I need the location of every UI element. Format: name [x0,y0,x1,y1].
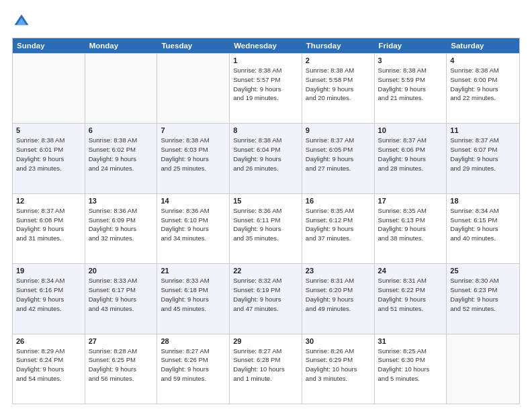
cell-info-line: Daylight: 9 hours [16,225,81,234]
day-number: 21 [161,267,226,275]
cell-info-line: and 40 minutes. [450,234,516,243]
calendar-cell: 9Sunrise: 8:37 AMSunset: 6:05 PMDaylight… [302,124,375,193]
day-number: 18 [450,197,516,205]
cell-info-line: Daylight: 9 hours [306,295,371,304]
cell-info-line: and 29 minutes. [450,165,516,173]
day-number: 11 [450,126,516,134]
cell-info-line: Daylight: 9 hours [306,155,371,164]
day-number: 16 [306,197,371,205]
calendar-cell: 29Sunrise: 8:27 AMSunset: 6:28 PMDayligh… [230,334,302,404]
day-number: 23 [306,267,371,275]
cell-info-line: Daylight: 9 hours [450,85,516,94]
cell-info-line: and 47 minutes. [233,305,298,314]
cell-info-line: Sunset: 6:13 PM [378,216,443,225]
cell-info-line: and 19 minutes. [233,94,298,103]
cell-info-line: Sunrise: 8:37 AM [16,207,81,216]
cell-info-line: and 23 minutes. [16,165,81,173]
day-number: 27 [89,337,154,345]
cell-info-line: Daylight: 9 hours [16,295,81,304]
cell-info-line: Sunrise: 8:38 AM [450,66,516,75]
cell-info-line: Sunrise: 8:35 AM [306,207,371,216]
cell-info-line: Sunset: 6:17 PM [89,286,154,295]
day-number: 26 [16,337,81,345]
cell-info-line: Sunset: 6:30 PM [378,356,443,365]
day-number: 20 [89,267,154,275]
cell-info-line: Sunset: 6:09 PM [89,216,154,225]
cell-info-line: Sunset: 6:07 PM [450,146,516,154]
logo-icon [12,12,31,31]
calendar-cell: 15Sunrise: 8:36 AMSunset: 6:11 PMDayligh… [230,194,302,263]
cell-info-line: and 21 minutes. [378,94,443,103]
cell-info-line: Sunrise: 8:36 AM [161,207,226,216]
cell-info-line: Daylight: 9 hours [233,155,298,164]
cell-info-line: Sunset: 6:12 PM [306,216,371,225]
cell-info-line: Daylight: 9 hours [450,155,516,164]
cell-info-line: and 35 minutes. [233,234,298,243]
calendar-cell [85,54,158,123]
cell-info-line: Daylight: 9 hours [233,295,298,304]
cell-info-line: and 52 minutes. [450,305,516,314]
cell-info-line: and 38 minutes. [378,234,443,243]
cell-info-line: Sunset: 6:28 PM [233,356,298,365]
cell-info-line: Daylight: 10 hours [306,365,371,374]
cell-info-line: Sunset: 6:03 PM [161,146,226,154]
cell-info-line: Sunset: 6:26 PM [161,356,226,365]
calendar-cell: 22Sunrise: 8:32 AMSunset: 6:19 PMDayligh… [230,264,302,333]
calendar-cell: 23Sunrise: 8:31 AMSunset: 6:20 PMDayligh… [302,264,375,333]
cell-info-line: and 31 minutes. [16,234,81,243]
cell-info-line: Daylight: 9 hours [161,365,226,374]
cell-info-line: Sunrise: 8:25 AM [378,347,443,356]
cell-info-line: and 34 minutes. [161,234,226,243]
calendar-cell [447,334,519,404]
calendar-cell: 20Sunrise: 8:33 AMSunset: 6:17 PMDayligh… [85,264,158,333]
cell-info-line: Sunset: 6:04 PM [233,146,298,154]
cell-info-line: Daylight: 9 hours [378,155,443,164]
day-number: 29 [233,337,298,345]
cell-info-line: Daylight: 9 hours [378,225,443,234]
cell-info-line: and 56 minutes. [89,375,154,383]
cell-info-line: Sunset: 5:57 PM [233,76,298,85]
cell-info-line: Daylight: 9 hours [16,365,81,374]
cell-info-line: and 54 minutes. [16,375,81,383]
day-number: 24 [378,267,443,275]
cell-info-line: Daylight: 9 hours [161,295,226,304]
cell-info-line: Daylight: 9 hours [233,225,298,234]
calendar-cell: 26Sunrise: 8:29 AMSunset: 6:24 PMDayligh… [13,334,85,404]
calendar-cell: 5Sunrise: 8:38 AMSunset: 6:01 PMDaylight… [13,124,85,193]
cell-info-line: Daylight: 9 hours [306,225,371,234]
calendar-body: 1Sunrise: 8:38 AMSunset: 5:57 PMDaylight… [13,53,519,404]
cell-info-line: Sunrise: 8:37 AM [450,136,516,145]
day-number: 6 [89,126,154,134]
cell-info-line: Sunrise: 8:33 AM [161,277,226,285]
calendar-row: 26Sunrise: 8:29 AMSunset: 6:24 PMDayligh… [13,334,519,404]
calendar-cell: 27Sunrise: 8:28 AMSunset: 6:25 PMDayligh… [85,334,158,404]
day-number: 19 [16,267,81,275]
day-of-week-header: Wednesday [230,38,302,53]
day-of-week-header: Saturday [447,38,519,53]
cell-info-line: and 27 minutes. [306,165,371,173]
calendar-cell: 11Sunrise: 8:37 AMSunset: 6:07 PMDayligh… [447,124,519,193]
day-number: 14 [161,197,226,205]
cell-info-line: and 45 minutes. [161,305,226,314]
cell-info-line: and 5 minutes. [378,375,443,383]
cell-info-line: Sunset: 6:02 PM [89,146,154,154]
calendar-cell: 25Sunrise: 8:30 AMSunset: 6:23 PMDayligh… [447,264,519,333]
cell-info-line: and 20 minutes. [306,94,371,103]
day-number: 25 [450,267,516,275]
cell-info-line: Daylight: 10 hours [233,365,298,374]
cell-info-line: Daylight: 9 hours [89,155,154,164]
cell-info-line: Sunset: 5:58 PM [306,76,371,85]
calendar-cell: 21Sunrise: 8:33 AMSunset: 6:18 PMDayligh… [157,264,230,333]
cell-info-line: Daylight: 10 hours [378,365,443,374]
day-number: 7 [161,126,226,134]
cell-info-line: and 24 minutes. [89,165,154,173]
cell-info-line: Sunset: 6:23 PM [450,286,516,295]
cell-info-line: Sunrise: 8:27 AM [161,347,226,356]
calendar-cell: 10Sunrise: 8:37 AMSunset: 6:06 PMDayligh… [375,124,447,193]
cell-info-line: Sunset: 6:18 PM [161,286,226,295]
calendar-header: SundayMondayTuesdayWednesdayThursdayFrid… [13,38,519,53]
day-of-week-header: Monday [85,38,158,53]
cell-info-line: Sunset: 6:10 PM [161,216,226,225]
cell-info-line: Sunrise: 8:30 AM [450,277,516,285]
cell-info-line: Sunset: 6:01 PM [16,146,81,154]
